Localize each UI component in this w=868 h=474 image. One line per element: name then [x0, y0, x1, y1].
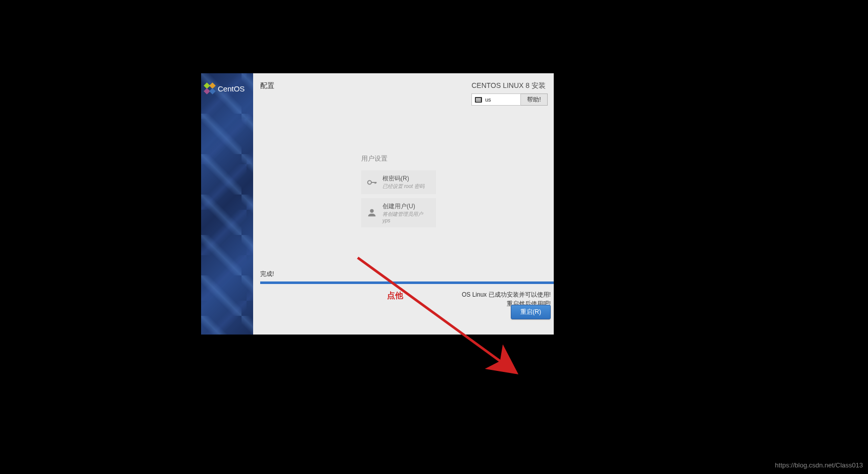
svg-rect-6 — [375, 182, 376, 184]
svg-rect-7 — [375, 182, 376, 183]
keyboard-icon — [475, 97, 482, 103]
page-title: 配置 — [260, 81, 274, 90]
sidebar: CentOS — [201, 73, 253, 335]
progress-bar — [260, 281, 554, 284]
centos-logo: CentOS — [204, 82, 245, 94]
install-title: CENTOS LINUX 8 安装 — [471, 81, 551, 90]
section-heading: 用户设置 — [361, 154, 436, 163]
root-password-item[interactable]: 根密码(R) 已经设置 root 密码 — [361, 170, 436, 194]
user-icon — [366, 207, 377, 218]
help-button[interactable]: 帮助! — [521, 93, 547, 106]
installer-window: CentOS 配置 CENTOS LINUX 8 安装 us 帮助! 用户设置 — [201, 73, 554, 335]
finish-line1: OS Linux 已成功安装并可以使用! — [462, 290, 551, 299]
svg-rect-0 — [204, 82, 210, 89]
brand-text: CentOS — [218, 84, 245, 93]
svg-rect-1 — [209, 82, 216, 89]
key-icon — [366, 177, 377, 188]
centos-icon — [204, 82, 216, 94]
header: 配置 CENTOS LINUX 8 安装 us 帮助! — [253, 73, 554, 106]
root-password-title: 根密码(R) — [382, 174, 424, 183]
svg-rect-2 — [204, 88, 210, 94]
svg-rect-3 — [209, 88, 216, 94]
user-settings-section: 用户设置 根密码(R) 已经设置 root 密码 — [361, 154, 436, 231]
svg-point-8 — [370, 209, 373, 213]
reboot-button[interactable]: 重启(R) — [511, 305, 551, 319]
svg-point-4 — [368, 180, 371, 184]
watermark: https://blog.csdn.net/Class013 — [775, 461, 863, 469]
progress-area: 完成! — [260, 270, 554, 284]
root-password-text: 根密码(R) 已经设置 root 密码 — [382, 174, 424, 190]
create-user-text: 创建用户(U) 将创建管理员用户 yps — [382, 202, 431, 223]
lang-help-row: us 帮助! — [471, 93, 551, 106]
progress-label: 完成! — [260, 270, 554, 278]
lang-code: us — [485, 97, 491, 103]
create-user-subtitle: 将创建管理员用户 yps — [382, 211, 431, 223]
create-user-title: 创建用户(U) — [382, 202, 431, 211]
header-right: CENTOS LINUX 8 安装 us 帮助! — [471, 81, 551, 106]
main-content: 配置 CENTOS LINUX 8 安装 us 帮助! 用户设置 — [253, 73, 554, 335]
root-password-subtitle: 已经设置 root 密码 — [382, 183, 424, 190]
keyboard-layout-selector[interactable]: us — [471, 93, 521, 106]
create-user-item[interactable]: 创建用户(U) 将创建管理员用户 yps — [361, 198, 436, 227]
annotation-text: 点他 — [387, 291, 403, 301]
